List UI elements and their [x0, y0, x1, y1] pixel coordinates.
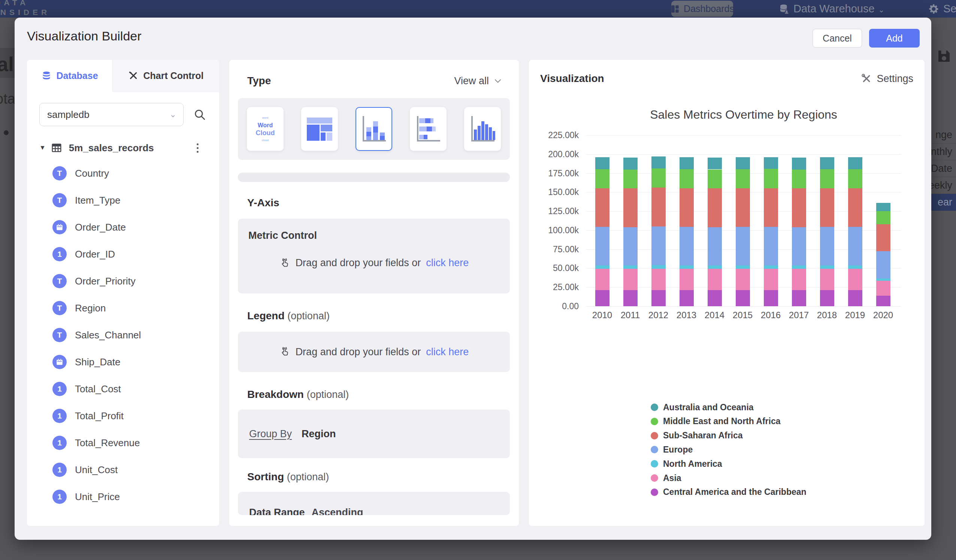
- bar-segment-2015[interactable]: [736, 227, 750, 265]
- bar-segment-2020[interactable]: [876, 251, 890, 279]
- bar-segment-2020[interactable]: [876, 279, 890, 281]
- field-row-order_priority[interactable]: TOrder_Priority: [27, 268, 219, 295]
- bar-segment-2011[interactable]: [623, 169, 638, 189]
- bar-segment-2013[interactable]: [679, 290, 694, 306]
- type-scrollbar-track[interactable]: [238, 173, 510, 182]
- caret-down-icon[interactable]: ▼: [39, 144, 46, 152]
- click-here-link[interactable]: click here: [426, 346, 469, 358]
- bar-segment-2013[interactable]: [679, 269, 694, 290]
- bar-segment-2019[interactable]: [848, 227, 862, 265]
- bar-segment-2014[interactable]: [708, 269, 722, 290]
- legend-item[interactable]: Asia: [651, 473, 681, 483]
- field-row-country[interactable]: TCountry: [27, 160, 219, 187]
- bar-segment-2014[interactable]: [708, 265, 722, 269]
- sorting-dropzone[interactable]: Data Range Ascending: [238, 492, 510, 515]
- bar-segment-2011[interactable]: [623, 290, 638, 306]
- bar-segment-2010[interactable]: [595, 290, 610, 306]
- click-here-link[interactable]: click here: [426, 257, 469, 269]
- bar-segment-2018[interactable]: [820, 188, 834, 227]
- view-all-button[interactable]: View all: [454, 75, 502, 87]
- tab-database[interactable]: Database: [27, 60, 112, 92]
- bar-segment-2018[interactable]: [820, 227, 834, 265]
- bar-segment-2014[interactable]: [708, 169, 722, 189]
- bar-segment-2019[interactable]: [848, 169, 862, 188]
- bar-segment-2010[interactable]: [595, 265, 610, 269]
- chart-type-card-treemap[interactable]: [301, 107, 338, 151]
- chart-type-card-stacked-bar[interactable]: [410, 107, 447, 151]
- bar-segment-2017[interactable]: [792, 158, 806, 169]
- bar-segment-2017[interactable]: [792, 169, 806, 189]
- bar-segment-2010[interactable]: [595, 227, 610, 265]
- bar-segment-2010[interactable]: [595, 188, 610, 227]
- legend-item[interactable]: North America: [651, 459, 722, 469]
- bar-segment-2012[interactable]: [651, 226, 666, 265]
- bar-segment-2015[interactable]: [736, 188, 750, 227]
- bar-segment-2018[interactable]: [820, 265, 834, 269]
- field-row-sales_channel[interactable]: TSales_Channel: [27, 322, 219, 348]
- legend-item[interactable]: Australia and Oceania: [651, 402, 754, 412]
- chart-type-card-stacked-column-selected[interactable]: [355, 107, 392, 151]
- field-row-order_id[interactable]: 1Order_ID: [27, 241, 219, 268]
- bar-segment-2020[interactable]: [876, 281, 890, 296]
- bar-segment-2012[interactable]: [651, 157, 666, 168]
- bar-segment-2020[interactable]: [876, 296, 890, 306]
- bar-segment-2015[interactable]: [736, 265, 750, 269]
- bar-segment-2015[interactable]: [736, 290, 750, 306]
- bar-segment-2016[interactable]: [764, 265, 778, 269]
- bar-segment-2018[interactable]: [820, 157, 834, 169]
- bar-segment-2011[interactable]: [623, 158, 638, 169]
- bar-segment-2015[interactable]: [736, 269, 750, 290]
- bar-segment-2019[interactable]: [848, 269, 862, 290]
- field-row-unit_price[interactable]: 1Unit_Price: [27, 483, 219, 510]
- bar-segment-2010[interactable]: [595, 269, 610, 290]
- bar-segment-2013[interactable]: [679, 169, 694, 188]
- bar-segment-2013[interactable]: [679, 157, 694, 169]
- bar-segment-2015[interactable]: [736, 169, 750, 188]
- bar-segment-2016[interactable]: [764, 188, 778, 227]
- field-row-ship_date[interactable]: Ship_Date: [27, 348, 219, 375]
- bar-segment-2018[interactable]: [820, 269, 834, 290]
- bar-segment-2010[interactable]: [595, 157, 610, 169]
- legend-item[interactable]: Middle East and North Africa: [651, 417, 781, 427]
- bar-segment-2020[interactable]: [876, 211, 890, 224]
- legend-dropzone[interactable]: Drag and drop your fields or click here: [238, 332, 510, 372]
- metric-control-dropzone[interactable]: Metric Control Drag and drop your fields…: [238, 219, 510, 293]
- bar-segment-2018[interactable]: [820, 290, 834, 306]
- field-row-total_revenue[interactable]: 1Total_Revenue: [27, 429, 219, 456]
- bar-segment-2016[interactable]: [764, 227, 778, 265]
- bar-segment-2020[interactable]: [876, 224, 890, 251]
- bar-segment-2020[interactable]: [876, 203, 890, 211]
- search-icon[interactable]: [193, 108, 206, 121]
- bar-segment-2011[interactable]: [623, 188, 638, 227]
- kebab-menu-icon[interactable]: [197, 143, 198, 153]
- chart-type-card-column[interactable]: [464, 107, 501, 151]
- nav-data-warehouse[interactable]: Data Warehouse ⌄: [778, 0, 884, 17]
- bar-segment-2015[interactable]: [736, 157, 750, 169]
- bar-segment-2010[interactable]: [595, 169, 610, 188]
- field-row-total_profit[interactable]: 1Total_Profit: [27, 402, 219, 429]
- bar-segment-2014[interactable]: [708, 290, 722, 306]
- bar-segment-2012[interactable]: [651, 290, 666, 306]
- field-row-total_cost[interactable]: 1Total_Cost: [27, 375, 219, 402]
- bar-segment-2012[interactable]: [651, 265, 666, 268]
- bar-segment-2017[interactable]: [792, 265, 806, 269]
- bar-segment-2013[interactable]: [679, 265, 694, 269]
- tab-chart-control[interactable]: Chart Control: [112, 60, 219, 92]
- bar-segment-2012[interactable]: [651, 168, 666, 188]
- table-tree-row[interactable]: ▼ 5m_sales_records: [39, 141, 207, 155]
- bar-segment-2011[interactable]: [623, 269, 638, 290]
- chart-type-card-word-cloud[interactable]: wordWordCloudcloud: [247, 107, 284, 151]
- bar-segment-2012[interactable]: [651, 188, 666, 226]
- legend-item[interactable]: Sub-Saharan Africa: [651, 431, 743, 441]
- legend-item[interactable]: Europe: [651, 445, 693, 455]
- bar-segment-2017[interactable]: [792, 290, 806, 306]
- bar-segment-2019[interactable]: [848, 188, 862, 227]
- bar-segment-2011[interactable]: [623, 227, 638, 265]
- bar-segment-2013[interactable]: [679, 188, 694, 227]
- bar-segment-2016[interactable]: [764, 157, 778, 169]
- bar-segment-2017[interactable]: [792, 227, 806, 265]
- field-row-item_type[interactable]: TItem_Type: [27, 187, 219, 214]
- field-row-order_date[interactable]: Order_Date: [27, 214, 219, 241]
- bar-segment-2016[interactable]: [764, 169, 778, 188]
- bar-segment-2014[interactable]: [708, 158, 722, 169]
